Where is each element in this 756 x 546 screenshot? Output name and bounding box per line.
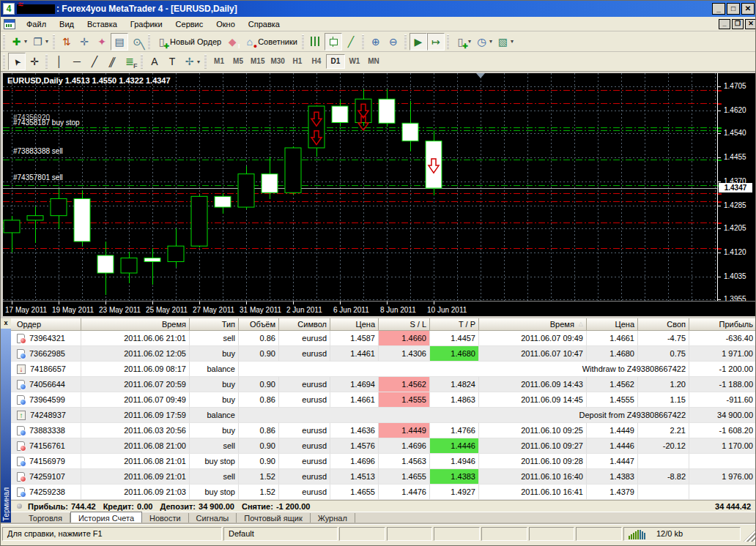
column-header-Своп[interactable]: Своп xyxy=(638,318,689,331)
table-row[interactable]: 742592382011.06.09 21:03buy stop1.52euru… xyxy=(11,485,756,500)
menu-item-Файл[interactable]: Файл xyxy=(20,18,53,30)
toolbar-grip[interactable] xyxy=(3,54,5,69)
market-watch-button[interactable]: ⇅ xyxy=(58,33,75,51)
new-order-button[interactable]: ▯✚Новый Ордер xyxy=(153,33,223,51)
timeframe-D1-button[interactable]: D1 xyxy=(326,54,345,69)
child-close-button[interactable]: ✕ xyxy=(745,19,756,29)
crosshair-button[interactable]: ✛ xyxy=(26,53,43,70)
tab-Новости[interactable]: Новости xyxy=(142,513,189,524)
date-axis[interactable]: 17 May 201119 May 201123 May 201125 May … xyxy=(3,301,756,318)
timeframe-M30-button[interactable]: M30 xyxy=(267,54,287,69)
fibonacci-button[interactable]: ≣F xyxy=(121,53,138,70)
menu-item-Справка[interactable]: Справка xyxy=(242,18,286,30)
price-axis[interactable]: 1.47051.46201.45401.44551.43701.42851.42… xyxy=(717,73,756,301)
toolbar-grip[interactable] xyxy=(302,34,304,49)
menu-item-Окно[interactable]: Окно xyxy=(210,18,242,30)
horizontal-line-button[interactable]: ─ xyxy=(68,53,86,70)
chart-window-icon[interactable] xyxy=(4,19,15,29)
table-row[interactable]: ↑742489372011.06.09 17:59balanceDeposit … xyxy=(11,408,756,423)
timeframe-M15-button[interactable]: M15 xyxy=(248,54,267,69)
tab-Торговля[interactable]: Торговля xyxy=(21,513,70,524)
column-header-Объём[interactable]: Объём xyxy=(239,318,279,331)
status-profile[interactable]: Default xyxy=(223,527,338,541)
column-header-T / P[interactable]: T / P xyxy=(430,318,479,331)
shapes-button[interactable]: ✢▾ xyxy=(181,53,202,70)
trendline-button[interactable]: ╱ xyxy=(86,53,103,70)
chevron-down-icon[interactable]: ▾ xyxy=(511,38,514,45)
toolbar-grip[interactable] xyxy=(362,34,364,49)
text-label-button[interactable]: T xyxy=(163,53,181,70)
vertical-line-button[interactable]: │ xyxy=(51,53,68,70)
chevron-down-icon[interactable]: ▾ xyxy=(45,38,48,45)
column-header-Время[interactable]: Время△ xyxy=(479,318,587,331)
timeframe-H1-button[interactable]: H1 xyxy=(288,54,307,69)
chevron-down-icon[interactable]: ▾ xyxy=(24,38,27,45)
column-header-Цена[interactable]: Цена xyxy=(330,318,379,331)
column-header-S / L[interactable]: S / L xyxy=(379,318,430,331)
table-row[interactable]: 741569792011.06.08 21:01buy stop0.90euru… xyxy=(11,454,756,469)
candlestick-plot[interactable]: #74356920#74358187 buy stop#73883388 sel… xyxy=(3,73,717,301)
chevron-down-icon[interactable]: ▾ xyxy=(197,59,200,65)
cursor-button[interactable]: ➤ xyxy=(8,53,26,70)
minimize-button[interactable]: _ xyxy=(712,3,725,15)
table-row[interactable]: 742591072011.06.09 21:01sell1.52eurusd1.… xyxy=(11,469,756,485)
column-header-Время[interactable]: Время xyxy=(81,318,190,331)
toolbar-grip[interactable] xyxy=(404,34,407,49)
indicators-button[interactable]: ▯✚▾ xyxy=(452,33,473,51)
child-minimize-button[interactable]: _ xyxy=(719,19,730,29)
terminal-button[interactable]: ▤ xyxy=(111,33,128,51)
timeframe-W1-button[interactable]: W1 xyxy=(345,54,364,69)
table-row[interactable]: 738833382011.06.03 20:56buy0.86eurusd1.4… xyxy=(11,423,756,438)
zoom-out-button[interactable]: ⊖ xyxy=(385,33,402,51)
table-row[interactable]: 736629852011.06.02 12:05buy0.90eurusd1.4… xyxy=(11,346,756,362)
resize-grip[interactable] xyxy=(744,530,755,542)
column-header-Цена[interactable]: Цена xyxy=(587,318,638,331)
tab-Сигналы[interactable]: Сигналы xyxy=(189,513,237,524)
line-chart-button[interactable]: ╱ xyxy=(342,33,360,51)
chevron-down-icon[interactable]: ▾ xyxy=(468,38,471,45)
table-row[interactable]: ↓741866572011.06.09 08:17balanceWithdraw… xyxy=(11,362,756,377)
toolbar-grip[interactable] xyxy=(204,54,207,69)
table-row[interactable]: 741567612011.06.08 21:00sell0.90eurusd1.… xyxy=(11,438,756,454)
child-restore-button[interactable]: ❐ xyxy=(732,19,744,29)
toolbar-grip[interactable] xyxy=(447,34,449,49)
chart-shift-marker-icon[interactable] xyxy=(476,73,485,78)
tab-Журнал[interactable]: Журнал xyxy=(311,513,355,524)
chart-area[interactable]: EURUSD,Daily 1.4513 1.4550 1.4322 1.4347… xyxy=(1,72,756,316)
column-header-Символ[interactable]: Символ xyxy=(279,318,330,331)
close-button[interactable]: ✕ xyxy=(741,3,755,15)
tab-Почтовый ящик[interactable]: Почтовый ящик xyxy=(237,513,310,524)
metaeditor-button[interactable]: ◆! xyxy=(223,33,241,51)
text-button[interactable]: A xyxy=(146,53,163,70)
terminal-close-icon[interactable]: x xyxy=(1,318,11,329)
menu-item-Графики[interactable]: Графики xyxy=(124,18,169,30)
toolbar-grip[interactable] xyxy=(141,54,143,69)
column-header-Прибыль[interactable]: Прибыль xyxy=(689,318,756,331)
table-header[interactable]: ОрдерВремяТипОбъёмСимволЦенаS / LT / PВр… xyxy=(11,318,756,331)
column-header-Ордер[interactable]: Ордер xyxy=(11,318,81,331)
equidistant-channel-button[interactable]: ∥ xyxy=(103,53,121,70)
bar-chart-button[interactable] xyxy=(307,33,325,51)
menu-item-Вставка[interactable]: Вставка xyxy=(81,18,124,30)
chevron-down-icon[interactable]: ▾ xyxy=(489,38,492,45)
periods-button[interactable]: ◷▾ xyxy=(473,33,494,51)
toolbar-grip[interactable] xyxy=(148,34,150,49)
timeframe-MN-button[interactable]: MN xyxy=(364,54,383,69)
table-row[interactable]: 739645992011.06.07 09:49buy0.86eurusd1.4… xyxy=(11,392,756,408)
candlestick-chart-button[interactable] xyxy=(325,33,342,51)
menu-item-Сервис[interactable]: Сервис xyxy=(169,18,210,30)
new-chart-button[interactable]: ✚▾ xyxy=(8,33,29,51)
column-header-Тип[interactable]: Тип xyxy=(190,318,239,331)
data-window-button[interactable]: ✛ xyxy=(75,33,93,51)
strategy-tester-button[interactable]: ⊙╲ xyxy=(128,33,146,51)
timeframe-M5-button[interactable]: M5 xyxy=(229,54,248,69)
toolbar-grip[interactable] xyxy=(3,34,5,49)
timeframe-H4-button[interactable]: H4 xyxy=(307,54,326,69)
toolbar-grip[interactable] xyxy=(45,54,48,69)
maximize-button[interactable]: □ xyxy=(727,3,740,15)
table-row[interactable]: 739643212011.06.06 21:01sell0.86eurusd1.… xyxy=(11,331,756,346)
tab-История Счета[interactable]: История Счета xyxy=(70,512,142,524)
toolbar-grip[interactable] xyxy=(53,34,55,49)
profiles-button[interactable]: ❐▾ xyxy=(29,33,51,51)
expert-advisors-button[interactable]: ⌂●Советники xyxy=(241,33,300,51)
